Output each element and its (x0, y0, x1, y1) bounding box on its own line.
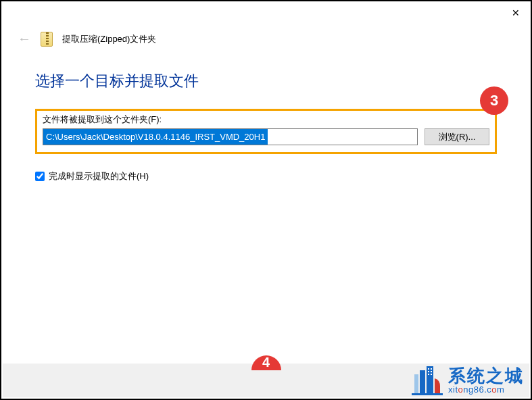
watermark-logo-icon (412, 365, 443, 396)
step-badge-4-partial: 4 (251, 355, 281, 370)
show-files-checkbox-label: 完成时显示提取的文件(H) (49, 170, 149, 182)
svg-rect-3 (428, 368, 429, 370)
destination-path-value: C:\Users\Jack\Desktop\V18.0.4.1146_IRST_… (43, 129, 268, 145)
svg-rect-9 (412, 393, 443, 395)
svg-rect-4 (431, 368, 432, 370)
svg-rect-5 (428, 371, 429, 372)
svg-rect-6 (431, 371, 432, 372)
titlebar: ✕ (1, 1, 531, 24)
dialog-title: 提取压缩(Zipped)文件夹 (62, 33, 156, 45)
watermark-text-cn: 系统之城 (448, 367, 524, 384)
watermark-text-en: xitong86.com (448, 384, 524, 395)
instruction-heading: 选择一个目标并提取文件 (35, 71, 497, 91)
back-arrow-icon[interactable]: ← (18, 31, 31, 47)
watermark: 系统之城 xitong86.com (412, 365, 524, 396)
browse-button[interactable]: 浏览(R)... (425, 128, 489, 145)
svg-rect-7 (428, 374, 429, 375)
show-files-checkbox-row[interactable]: 完成时显示提取的文件(H) (35, 170, 497, 182)
destination-path-input[interactable]: C:\Users\Jack\Desktop\V18.0.4.1146_IRST_… (43, 128, 418, 145)
destination-label: 文件将被提取到这个文件夹(F): (43, 114, 489, 126)
svg-rect-8 (431, 374, 432, 375)
destination-highlight: 3 文件将被提取到这个文件夹(F): C:\Users\Jack\Desktop… (35, 109, 497, 154)
svg-rect-0 (414, 374, 418, 393)
dialog-content: 选择一个目标并提取文件 3 文件将被提取到这个文件夹(F): C:\Users\… (1, 57, 531, 182)
svg-rect-2 (427, 366, 433, 393)
step-badge-3: 3 (480, 86, 508, 115)
show-files-checkbox[interactable] (35, 172, 45, 181)
svg-rect-1 (420, 370, 425, 393)
zip-folder-icon (41, 32, 53, 47)
dialog-header: ← 提取压缩(Zipped)文件夹 (1, 24, 531, 57)
close-icon: ✕ (512, 7, 520, 18)
close-button[interactable]: ✕ (506, 3, 525, 22)
